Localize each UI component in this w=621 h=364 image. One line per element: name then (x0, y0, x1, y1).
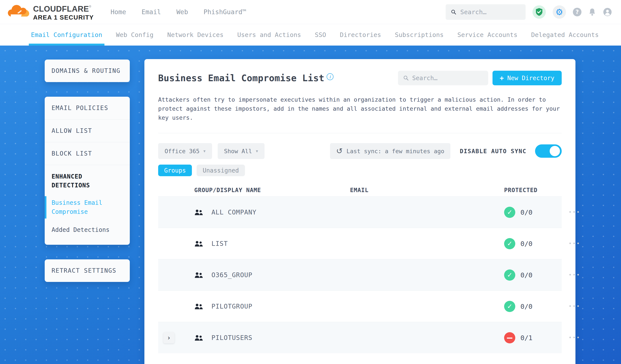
table-row[interactable]: ALL COMPANY ✓ 0/0 ••• (158, 196, 562, 228)
tab-subscriptions[interactable]: Subscriptions (395, 24, 444, 46)
cloudflare-cloud-icon (8, 4, 30, 19)
brand-subtitle: AREA 1 SECURITY (33, 14, 94, 21)
tab-email-configuration[interactable]: Email Configuration (31, 24, 102, 46)
top-nav: Home Email Web PhishGuard™ (110, 8, 246, 16)
protected-count: 0/0 (520, 303, 533, 310)
tab-service-accounts[interactable]: Service Accounts (457, 24, 518, 46)
top-nav-phishguard[interactable]: PhishGuard™ (204, 8, 246, 16)
main-panel: Business Email Compromise List i + New D… (144, 59, 575, 364)
tab-network-devices[interactable]: Network Devices (167, 24, 224, 46)
row-menu-button[interactable]: ••• (569, 303, 580, 310)
new-directory-button[interactable]: + New Directory (493, 71, 562, 85)
global-search-input[interactable] (460, 8, 520, 16)
last-sync-label: Last sync: a few minutes ago (346, 148, 444, 155)
groups-table: GROUP/DISPLAY NAME EMAIL PROTECTED ALL C… (158, 184, 562, 353)
group-icon (194, 209, 209, 216)
sidebar-item-added-detections[interactable]: Added Detections (45, 224, 130, 236)
table-row[interactable]: PILOTGROUP ✓ 0/0 ••• (158, 291, 562, 322)
info-icon[interactable]: i (327, 73, 333, 80)
page-background: DOMAINS & ROUTING EMAIL POLICIES ALLOW L… (0, 46, 621, 364)
list-search-input[interactable] (412, 75, 483, 82)
page-title: Business Email Compromise List (158, 73, 325, 83)
sidebar-item-email-policies[interactable]: EMAIL POLICIES (45, 97, 130, 119)
list-search[interactable] (398, 71, 488, 85)
notifications-button[interactable] (588, 8, 596, 16)
gear-icon: ⚙ (555, 8, 563, 16)
table-row[interactable]: › PILOTUSERS − 0/1 ••• (158, 322, 562, 353)
brand-reg-mark: ® (89, 5, 91, 8)
row-menu-button[interactable]: ••• (569, 241, 580, 247)
group-icon (194, 240, 209, 247)
tab-sso[interactable]: SSO (315, 24, 326, 46)
group-icon (194, 303, 209, 310)
table-row[interactable]: O365_GROUP ✓ 0/0 ••• (158, 259, 562, 291)
protected-check-icon: ✓ (504, 301, 515, 312)
top-nav-home[interactable]: Home (110, 8, 126, 16)
row-menu-button[interactable]: ••• (569, 209, 580, 215)
sidebar-item-block-list[interactable]: BLOCK LIST (45, 142, 130, 165)
user-avatar-icon (603, 8, 612, 17)
protected-minus-icon: − (504, 332, 515, 343)
tab-web-config[interactable]: Web Config (116, 24, 154, 46)
protected-check-icon: ✓ (504, 269, 515, 281)
settings-button[interactable]: ⚙ (553, 5, 566, 19)
top-nav-email[interactable]: Email (142, 8, 161, 16)
column-email: EMAIL (350, 187, 504, 193)
shield-check-icon (535, 8, 543, 16)
toggle-knob (550, 146, 560, 156)
chevron-down-icon: ▾ (256, 148, 258, 154)
protected-check-icon: ✓ (504, 207, 515, 218)
expand-row-button[interactable]: › (163, 332, 174, 343)
row-menu-button[interactable]: ••• (569, 335, 580, 341)
auto-sync-toggle[interactable] (535, 144, 562, 158)
row-menu-button[interactable]: ••• (569, 272, 580, 278)
show-filter-select[interactable]: Show All ▾ (218, 143, 264, 159)
column-group-display-name: GROUP/DISPLAY NAME (194, 187, 350, 193)
global-search[interactable] (446, 4, 526, 20)
table-row[interactable]: LIST ✓ 0/0 ••• (158, 228, 562, 259)
account-button[interactable] (603, 8, 612, 17)
sidebar-item-domains-routing[interactable]: DOMAINS & ROUTING (45, 60, 130, 82)
directory-select[interactable]: Office 365 ▾ (158, 143, 212, 159)
security-status-button[interactable] (533, 5, 546, 19)
section-nav: Email Configuration Web Config Network D… (0, 24, 621, 46)
page-description: Attackers often try to impersonate execu… (158, 95, 562, 122)
help-button[interactable]: ? (573, 8, 582, 16)
divider (158, 133, 562, 133)
sidebar: DOMAINS & ROUTING EMAIL POLICIES ALLOW L… (45, 60, 130, 282)
sidebar-item-business-email-compromise[interactable]: Business Email Compromise (45, 197, 130, 218)
brand-name: CLOUDFLARE (33, 4, 89, 13)
sidebar-item-enhanced-detections[interactable]: ENHANCED DETECTIONS (52, 172, 112, 190)
protected-count: 0/0 (520, 240, 533, 247)
sidebar-item-allow-list[interactable]: ALLOW LIST (45, 120, 130, 142)
chevron-right-icon: › (168, 334, 170, 341)
protected-count: 0/0 (520, 208, 533, 216)
search-icon (403, 75, 409, 81)
tab-directories[interactable]: Directories (340, 24, 381, 46)
plus-icon: + (500, 75, 504, 81)
top-nav-web[interactable]: Web (176, 8, 188, 16)
sidebar-item-retract-settings[interactable]: RETRACT SETTINGS (45, 259, 130, 282)
last-sync-button[interactable]: ↺ Last sync: a few minutes ago (330, 143, 450, 159)
groups-tab[interactable]: Groups (158, 165, 192, 176)
question-icon: ? (573, 8, 582, 16)
column-protected: PROTECTED (504, 187, 569, 193)
auto-sync-label: DISABLE AUTO SYNC (460, 148, 526, 155)
top-header: CLOUDFLARE® AREA 1 SECURITY Home Email W… (0, 0, 621, 24)
protected-check-icon: ✓ (504, 238, 515, 249)
table-header: GROUP/DISPLAY NAME EMAIL PROTECTED (158, 184, 562, 196)
group-icon (194, 272, 209, 278)
protected-count: 0/0 (520, 271, 533, 279)
tab-delegated-accounts[interactable]: Delegated Accounts (531, 24, 599, 46)
refresh-icon: ↺ (336, 147, 343, 155)
protected-count: 0/1 (520, 334, 533, 342)
search-icon (451, 9, 456, 15)
chevron-down-icon: ▾ (204, 148, 206, 154)
bell-icon (588, 8, 596, 16)
tab-users-and-actions[interactable]: Users and Actions (237, 24, 301, 46)
group-icon (194, 334, 209, 341)
unassigned-tab[interactable]: Unassigned (197, 165, 245, 176)
cloudflare-logo[interactable]: CLOUDFLARE® AREA 1 SECURITY (8, 3, 94, 21)
